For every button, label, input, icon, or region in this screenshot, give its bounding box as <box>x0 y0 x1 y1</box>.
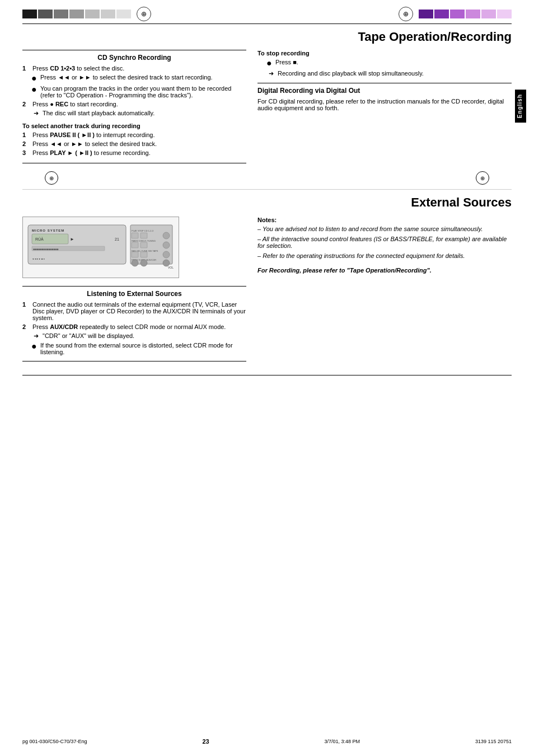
english-sidebar-label: English <box>515 90 526 123</box>
bar-3 <box>54 10 68 18</box>
ext-bullet-1-text: If the sound from the external source is… <box>40 342 246 355</box>
tape-title: Tape Operation/Recording <box>358 30 512 44</box>
bar-r6 <box>497 10 512 18</box>
bar-7 <box>116 10 131 18</box>
svg-text:MICRO SYSTEM: MICRO SYSTEM <box>32 229 64 232</box>
digital-recording-text: For CD digital recording, please refer t… <box>257 98 512 111</box>
svg-text:►: ► <box>70 237 74 242</box>
stop-arrow-text: Recording and disc playback will stop si… <box>278 70 424 77</box>
tape-title-section: Tape Operation/Recording <box>22 30 512 44</box>
tape-content-area: CD Synchro Recording 1 Press CD 1•2•3 to… <box>22 50 512 167</box>
svg-rect-12 <box>140 233 147 238</box>
note-3: – Refer to the operating instructions fo… <box>257 252 512 259</box>
cd-synchro-header: CD Synchro Recording <box>22 54 246 62</box>
svg-rect-20 <box>140 252 147 257</box>
external-left-column: MICRO SYSTEM RÚÀ ► 21 ■■■■■■■■■■■■■■■ ◄◄… <box>22 217 246 361</box>
compass-mid-left: ⊕ <box>45 171 58 185</box>
footer-code: 3139 115 20751 <box>475 739 512 744</box>
svg-text:RADIO  DISC/1  TUNING: RADIO DISC/1 TUNING <box>132 240 156 242</box>
tape-step-2: 2 Press ● REC to start recording. <box>22 101 246 107</box>
note-2: – All the interactive sound control feat… <box>257 236 512 249</box>
svg-text:VOL: VOL <box>168 266 174 269</box>
svg-point-24 <box>140 260 147 266</box>
tape-bullet-1: ● Press ◄◄ or ►► to select the desired t… <box>22 74 246 83</box>
sub-step-2: 2 Press ◄◄ or ►► to select the desired t… <box>22 140 246 147</box>
listening-section: Listening to External Sources 1 Connect … <box>22 286 246 361</box>
ext-step-1-text: Connect the audio out terminals of the e… <box>32 301 246 321</box>
rec-label: ● REC <box>50 101 68 107</box>
bar-1 <box>22 10 37 18</box>
svg-rect-16 <box>140 242 147 248</box>
ext-step-2: 2 Press AUX/CDR repeatedly to select CDR… <box>22 323 246 330</box>
tape-step-1: 1 Press CD 1•2•3 to select the disc. <box>22 65 246 72</box>
svg-text:◄◄►► ■ ●: ◄◄►► ■ ● <box>32 257 45 260</box>
external-title: External Sources <box>411 195 512 210</box>
listening-header: Listening to External Sources <box>22 290 246 298</box>
ext-step-1: 1 Connect the audio out terminals of the… <box>22 301 246 321</box>
bar-r1 <box>419 10 433 18</box>
note-1: – You are advised not to listen to and r… <box>257 226 512 232</box>
recording-note-text: For Recording, please refer to "Tape Ope… <box>257 267 432 274</box>
footer-date: 3/7/01, 3:48 PM <box>325 739 360 744</box>
svg-rect-11 <box>132 233 138 238</box>
recording-note: For Recording, please refer to "Tape Ope… <box>257 267 512 274</box>
svg-point-23 <box>132 260 138 266</box>
svg-rect-19 <box>132 252 138 257</box>
tape-arrow-1: ➜ The disc will start playback automatic… <box>22 110 246 117</box>
footer-file: pg 001-030/C50-C70/37-Eng <box>22 739 87 744</box>
notes-header: Notes: <box>257 217 512 223</box>
compass-mid-right: ⊕ <box>476 171 489 185</box>
ext-arrow-1: ➜ "CDR" or "AUX" will be displayed. <box>22 332 246 340</box>
device-svg: MICRO SYSTEM RÚÀ ► 21 ■■■■■■■■■■■■■■■ ◄◄… <box>25 219 176 275</box>
external-content: MICRO SYSTEM RÚÀ ► 21 ■■■■■■■■■■■■■■■ ◄◄… <box>22 217 512 361</box>
svg-point-21 <box>163 251 170 258</box>
stop-recording-header: To stop recording <box>257 50 512 57</box>
ext-arrow-1-text: "CDR" or "AUX" will be displayed. <box>43 332 134 340</box>
pause-label: PAUSE II ( ►II ) <box>50 132 95 138</box>
sub-step-1: 1 Press PAUSE II ( ►II ) to interrupt re… <box>22 132 246 138</box>
bar-5 <box>85 10 100 18</box>
stop-bullet: ● Press ■. <box>257 59 512 68</box>
notes-section: Notes: – You are advised not to listen t… <box>257 217 512 259</box>
bar-2 <box>38 10 53 18</box>
ext-bullet-1: ● If the sound from the external source … <box>22 342 246 355</box>
sub-step-3: 3 Press PLAY ► ( ►II ) to resume recordi… <box>22 149 246 156</box>
aux-cdr-label: AUX/CDR <box>50 323 78 330</box>
bar-6 <box>101 10 115 18</box>
stop-arrow: ➜ Recording and disc playback will stop … <box>257 70 512 77</box>
digital-recording-header: Digital Recording via Digital Out <box>257 87 512 95</box>
compass-top-left: ⊕ <box>137 7 151 21</box>
select-track-title: To select another track during recording <box>22 123 246 129</box>
bar-r3 <box>450 10 465 18</box>
bar-r4 <box>466 10 480 18</box>
page-content: Tape Operation/Recording English CD Sync… <box>0 24 534 373</box>
svg-text:RÚÀ: RÚÀ <box>35 237 44 241</box>
select-track-subsection: To select another track during recording… <box>22 123 246 156</box>
mid-compasses: ⊕ ⊕ <box>22 167 512 189</box>
svg-text:PLAY  STOP  CD 1-2-3: PLAY STOP CD 1-2-3 <box>132 229 154 232</box>
svg-point-13 <box>163 232 170 239</box>
top-left-bars: ⊕ <box>22 7 151 21</box>
stop-bullet-text: Press ■. <box>275 59 512 68</box>
stop-recording-section: To stop recording ● Press ■. ➜ Recording… <box>257 50 512 77</box>
svg-text:21: 21 <box>115 237 119 241</box>
tape-right-column: To stop recording ● Press ■. ➜ Recording… <box>257 50 512 167</box>
cd123-label: CD 1•2•3 <box>50 65 75 72</box>
svg-point-17 <box>163 242 170 248</box>
play-label: PLAY ► ( ►II ) <box>50 149 92 156</box>
svg-rect-15 <box>132 242 138 248</box>
tape-left-column: CD Synchro Recording 1 Press CD 1•2•3 to… <box>22 50 246 167</box>
compass-top-right: ⊕ <box>399 7 413 21</box>
page-number: 23 <box>202 738 209 745</box>
svg-text:■■■■■■■■■■■■■■■: ■■■■■■■■■■■■■■■ <box>33 247 58 251</box>
digital-recording-section: Digital Recording via Digital Out For CD… <box>257 83 512 111</box>
device-illustration: MICRO SYSTEM RÚÀ ► 21 ■■■■■■■■■■■■■■■ ◄◄… <box>22 217 179 278</box>
bar-r2 <box>434 10 449 18</box>
tape-bullet-2: ● You can program the tracks in the orde… <box>22 85 246 98</box>
top-decoration: ⊕ ⊕ <box>0 0 534 21</box>
page-footer: pg 001-030/C50-C70/37-Eng 23 3/7/01, 3:4… <box>22 738 512 745</box>
external-title-section: External Sources <box>22 195 512 210</box>
top-right-bars: ⊕ <box>399 7 512 21</box>
bar-r5 <box>481 10 496 18</box>
bar-4 <box>69 10 84 18</box>
